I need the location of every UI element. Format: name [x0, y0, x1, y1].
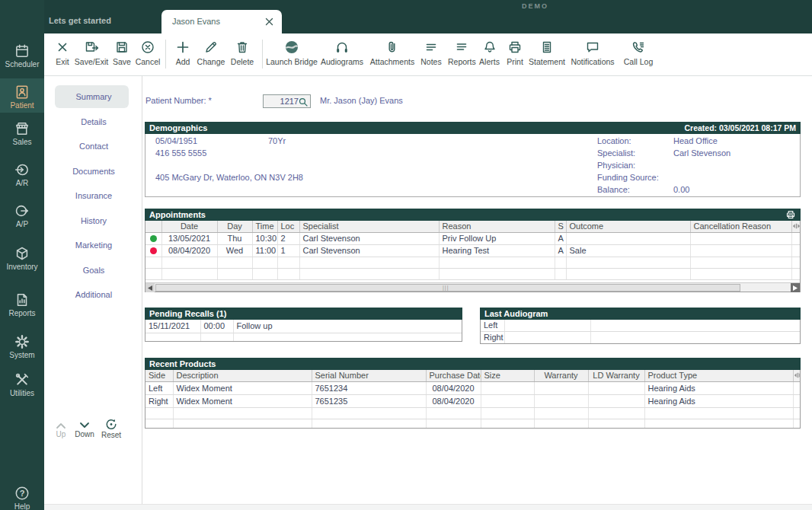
col-size: Size — [481, 370, 534, 382]
nav-item-history[interactable]: History — [46, 209, 142, 233]
add-button[interactable]: Add — [171, 40, 195, 73]
dob-value: 05/04/1951 — [155, 136, 197, 145]
specialist-value: Carl Stevenson — [673, 148, 730, 158]
sidebar-item-ap[interactable]: A/P — [0, 202, 44, 228]
sidebar-item-system[interactable]: System — [0, 333, 44, 359]
recall-row-empty — [145, 333, 462, 342]
nav-item-details[interactable]: Details — [46, 110, 142, 134]
sidebar-item-help[interactable]: ? Help — [0, 485, 44, 510]
nav-divider — [142, 76, 142, 504]
print-button[interactable]: Print — [504, 40, 526, 73]
demographics-header: Demographics Created: 03/05/2021 08:17 P… — [145, 122, 801, 134]
nav-down-button[interactable]: Down — [73, 422, 96, 438]
scroll-right-arrow[interactable] — [791, 283, 800, 292]
product-row-empty — [145, 408, 801, 419]
save-exit-button[interactable]: Save/Exit — [70, 40, 113, 73]
report-lines-icon — [454, 40, 469, 55]
appointments-header: Appointments — [145, 209, 801, 221]
trash-icon — [235, 40, 250, 55]
col-description: Description — [173, 370, 312, 382]
scroll-left-arrow[interactable] — [145, 283, 155, 292]
cancel-button[interactable]: Cancel — [131, 40, 165, 73]
appointment-row-empty — [145, 269, 800, 280]
report-document-icon — [0, 292, 44, 308]
nav-item-contact[interactable]: Contact — [46, 134, 142, 158]
change-button[interactable]: Change — [193, 40, 229, 73]
sidebar-item-reports[interactable]: Reports — [0, 292, 44, 317]
delete-button[interactable]: Delete — [226, 40, 258, 73]
scrollbar-thumb[interactable]: ||| — [155, 284, 740, 292]
search-icon[interactable] — [298, 97, 309, 108]
sidebar-item-ar[interactable]: A/R — [0, 161, 44, 187]
funding-source-label: Funding Source: — [597, 173, 659, 182]
reset-icon — [105, 419, 117, 430]
attachments-button[interactable]: Attachments — [366, 40, 418, 73]
notes-button[interactable]: Notes — [417, 40, 445, 73]
bottom-strip — [44, 504, 812, 510]
recall-row[interactable]: 15/11/2021 00:00 Follow up — [145, 320, 462, 333]
column-resize-icon[interactable] — [793, 370, 801, 382]
top-bar — [0, 0, 812, 33]
demo-watermark: DEMO — [522, 2, 548, 10]
phone-value: 416 555 5555 — [155, 148, 206, 158]
alerts-button[interactable]: Alerts — [479, 40, 500, 73]
patient-number-label: Patient Number: * — [145, 96, 212, 105]
store-icon — [0, 120, 44, 137]
sidebar-item-utilities[interactable]: Utilities — [0, 371, 44, 397]
launch-bridge-button[interactable]: Launch Bridge — [263, 40, 321, 73]
sidebar-item-inventory[interactable]: Inventory — [0, 245, 44, 271]
bell-icon — [482, 40, 497, 55]
nav-reset-button[interactable]: Reset — [98, 419, 124, 439]
audiograms-button[interactable]: Audiograms — [317, 40, 367, 73]
appointments-scrollbar[interactable]: ||| — [145, 282, 800, 292]
nav-up-button[interactable]: Up — [53, 422, 69, 438]
appointment-row[interactable]: 08/04/2020 Wed 11:00 1 Carl Stevenson He… — [145, 245, 800, 257]
nav-item-documents[interactable]: Documents — [46, 159, 142, 183]
nav-item-summary[interactable]: Summary — [46, 84, 142, 109]
location-value: Head Office — [673, 136, 718, 145]
chevron-down-icon — [79, 422, 90, 429]
last-audiogram-table: Left Right — [480, 320, 801, 344]
tab-lets-get-started[interactable]: Lets get started — [49, 16, 111, 25]
col-reason: Reason — [439, 221, 555, 233]
add-icon — [175, 40, 190, 55]
notifications-button[interactable]: Notifications — [566, 40, 619, 73]
sidebar-item-sales[interactable]: Sales — [0, 120, 44, 146]
tab-label: Jason Evans — [172, 17, 220, 26]
appointment-row[interactable]: 13/05/2021 Thu 10:30 2 Carl Stevenson Pr… — [145, 233, 800, 245]
sidebar-item-scheduler[interactable]: Scheduler — [0, 43, 44, 69]
arrow-out-of-circle-icon — [0, 202, 44, 219]
sidebar-item-patient[interactable]: Patient — [0, 78, 44, 113]
address-value: 405 McGary Dr, Waterloo, ON N3V 2H8 — [155, 173, 303, 182]
col-specialist: Specialist — [299, 221, 439, 233]
nav-item-goals[interactable]: Goals — [46, 258, 142, 282]
gear-icon — [0, 333, 44, 350]
nav-item-marketing[interactable]: Marketing — [46, 233, 142, 257]
tab-jason-evans[interactable]: Jason Evans — [161, 10, 282, 33]
arrow-into-circle-icon — [0, 161, 44, 178]
reports-button[interactable]: Reports — [448, 40, 475, 73]
column-resize-icon[interactable] — [791, 221, 800, 233]
product-row[interactable]: Left Widex Moment 7651234 08/04/2020 Hea… — [145, 382, 801, 395]
call-log-button[interactable]: Call Log — [621, 40, 656, 73]
patient-number-input[interactable]: 1217 — [263, 94, 311, 108]
nav-item-additional[interactable]: Additional — [46, 282, 142, 307]
product-row[interactable]: Right Widex Moment 7651235 08/04/2020 He… — [145, 395, 801, 408]
statement-button[interactable]: Statement — [525, 40, 569, 73]
balance-value: 0.00 — [673, 185, 689, 194]
col-time: Time — [252, 221, 277, 233]
audiogram-row: Right — [481, 332, 800, 344]
status-dot-red — [150, 247, 157, 254]
tools-icon — [0, 371, 44, 388]
nav-item-insurance[interactable]: Insurance — [46, 183, 142, 208]
col-ld-warranty: LD Warranty — [588, 370, 644, 382]
printer-icon — [507, 40, 523, 55]
close-tab-icon[interactable] — [265, 18, 273, 26]
location-label: Location: — [597, 136, 631, 145]
col-date: Date — [161, 221, 217, 233]
appointments-table: Date Day Time Loc Specialist Reason S Ou… — [145, 221, 801, 292]
physician-label: Physician: — [597, 161, 635, 170]
status-dot-green — [150, 235, 157, 242]
audiogram-row: Left — [481, 320, 800, 332]
col-serial-number: Serial Number — [312, 370, 426, 382]
